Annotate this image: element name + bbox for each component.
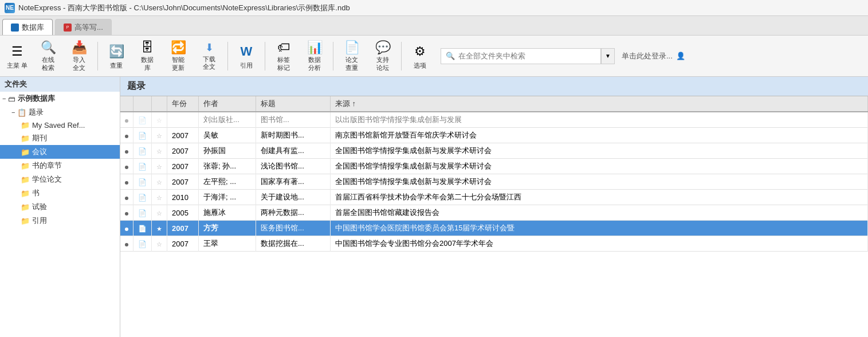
- search-dropdown[interactable]: ▼: [601, 48, 615, 64]
- table-row[interactable]: 📄 ☆ 2010 于海洋; ... 关于建设地... 首届江西省科学技术协会学术…: [120, 190, 868, 205]
- table-row[interactable]: 📄 ☆ 2005 施雁冰 两种元数据... 首届全国图书馆馆藏建设报告会: [120, 205, 868, 221]
- tag-icon: 🏷: [274, 40, 293, 55]
- row-source: 中国图书馆学会专业图书馆分会2007年学术年会: [331, 236, 868, 252]
- sidebar-item-conference[interactable]: 📁 会议: [0, 145, 120, 159]
- search-input[interactable]: [458, 52, 584, 60]
- smart-update-button[interactable]: 🔁 智能更新: [163, 39, 193, 73]
- table-row[interactable]: 📄 ☆ 2007 吴敏 新时期图书... 南京图书馆新馆开放暨百年馆庆学术研讨会: [120, 128, 868, 143]
- row-star[interactable]: ☆: [152, 128, 167, 143]
- row-star[interactable]: ☆: [152, 159, 167, 174]
- online-search-button[interactable]: 🔍 在线检索: [33, 39, 63, 73]
- table-row[interactable]: 📄 ☆ 2007 孙振国 创建具有监... 全国图书馆学情报学集成创新与发展学术…: [120, 143, 868, 159]
- tab-database[interactable]: 数据库: [2, 19, 53, 35]
- test-folder-icon: 📁: [21, 203, 30, 211]
- row-star[interactable]: ★: [152, 221, 167, 236]
- col-header-title[interactable]: 标题: [256, 96, 331, 112]
- tab-pdf[interactable]: P 高等写...: [55, 19, 112, 35]
- tab-db-label: 数据库: [22, 22, 44, 33]
- sidebar-subjects-label: 题录: [29, 107, 44, 117]
- row-star[interactable]: ☆: [152, 236, 167, 252]
- table-row-selected[interactable]: 📄 ★ 2007 方芳 医务图书馆... 中国图书馆学会医院图书馆委员会第15届…: [120, 221, 868, 236]
- row-star[interactable]: ☆: [152, 174, 167, 190]
- sidebar-item-thesis[interactable]: 📁 学位论文: [0, 173, 120, 186]
- sidebar-item-journal[interactable]: 📁 期刊: [0, 131, 120, 145]
- cite-button[interactable]: W 引用: [231, 39, 261, 73]
- col-header-author[interactable]: 作者: [199, 96, 256, 112]
- col-header-source[interactable]: 来源 ↑: [331, 96, 868, 112]
- sidebar-item-subjects[interactable]: − 📋 题录: [0, 105, 120, 119]
- support-label: 支持论坛: [376, 56, 389, 71]
- cite-icon: W: [237, 42, 256, 61]
- tab-bar: 数据库 P 高等写...: [0, 16, 868, 36]
- table-header-row: 年份 作者 标题 来源 ↑: [120, 96, 868, 112]
- content-area: 题录 年份 作者 标题 来源 ↑: [120, 77, 868, 337]
- data-analysis-icon: 📊: [305, 40, 324, 55]
- saved-folder-icon: 📁: [21, 121, 30, 130]
- database-button[interactable]: 🗄 数据库: [132, 39, 162, 73]
- row-star[interactable]: ☆: [152, 143, 167, 159]
- book-folder-icon: 📁: [21, 189, 30, 198]
- table-row[interactable]: 📄 ☆ 2007 左平熙; ... 国家享有著... 全国图书馆学情报学集成创新…: [120, 174, 868, 190]
- download-button[interactable]: ⬇ 下载全文: [194, 39, 224, 73]
- check-button[interactable]: 🔄 查重: [101, 39, 131, 73]
- database-label: 数据库: [141, 56, 154, 71]
- row-author: 刘出版社...: [199, 112, 256, 128]
- sidebar-conference-label: 会议: [32, 147, 47, 157]
- sidebar-cite-label: 引用: [32, 215, 47, 226]
- row-type-icon: 📄: [133, 128, 152, 143]
- row-type-icon: 📄: [133, 221, 152, 236]
- sidebar-book-label: 书: [32, 188, 40, 198]
- sidebar-item-root-db[interactable]: − 🗃 示例数据库: [0, 92, 120, 105]
- row-type-icon: 📄: [133, 112, 152, 128]
- row-title: 数据挖掘在...: [256, 236, 331, 252]
- row-source: 全国图书馆学情报学集成创新与发展学术研讨会: [331, 159, 868, 174]
- row-indicator: [120, 143, 133, 159]
- row-source: 中国图书馆学会医院图书馆委员会第15届学术研讨会暨: [331, 221, 868, 236]
- menu-button[interactable]: ☰ 主菜 单: [2, 39, 32, 73]
- sidebar-item-chapter[interactable]: 📁 书的章节: [0, 159, 120, 173]
- row-star[interactable]: ☆: [152, 205, 167, 221]
- search-area: 🔍 ▼ 单击此处登录... 👤: [441, 48, 866, 64]
- table-container[interactable]: 年份 作者 标题 来源 ↑ 📄 ☆ 刘出版社... 图书馆...: [120, 96, 868, 337]
- col-header-year[interactable]: 年份: [167, 96, 199, 112]
- toolbar-divider-1: [97, 42, 98, 70]
- toolbar: ☰ 主菜 单 🔍 在线检索 📥 导入全文 🔄 查重 🗄 数据库 🔁 智能更新 ⬇…: [0, 36, 868, 77]
- login-area[interactable]: 单击此处登录... 👤: [622, 51, 685, 61]
- sidebar-item-cite-folder[interactable]: 📁 引用: [0, 214, 120, 228]
- table-row[interactable]: 📄 ☆ 刘出版社... 图书馆... 以出版图书馆学情报学集成创新与发展: [120, 112, 868, 128]
- smart-update-icon: 🔁: [169, 40, 187, 55]
- sidebar-item-book[interactable]: 📁 书: [0, 186, 120, 200]
- row-author: 吴敏: [199, 128, 256, 143]
- search-box[interactable]: 🔍: [441, 48, 601, 64]
- table-row[interactable]: 📄 ☆ 2007 张蓉; 孙... 浅论图书馆... 全国图书馆学情报学集成创新…: [120, 159, 868, 174]
- row-title: 图书馆...: [256, 112, 331, 128]
- login-label: 单击此处登录...: [622, 51, 673, 61]
- row-year: 2007: [167, 143, 199, 159]
- row-star[interactable]: ☆: [152, 190, 167, 205]
- row-year: 2010: [167, 190, 199, 205]
- row-type-icon: 📄: [133, 143, 152, 159]
- expand-root-icon: −: [2, 95, 6, 102]
- conference-folder-icon: 📁: [21, 148, 30, 156]
- options-icon: ⚙: [411, 42, 429, 61]
- paper-check-icon: 📄: [343, 40, 361, 55]
- row-title: 浅论图书馆...: [256, 159, 331, 174]
- options-button[interactable]: ⚙ 选项: [405, 39, 435, 73]
- import-button[interactable]: 📥 导入全文: [64, 39, 94, 73]
- online-search-icon: 🔍: [39, 40, 57, 55]
- table-row[interactable]: 📄 ☆ 2007 王翠 数据挖掘在... 中国图书馆学会专业图书馆分会2007年…: [120, 236, 868, 252]
- row-indicator: [120, 112, 133, 128]
- row-title: 关于建设地...: [256, 190, 331, 205]
- col-header-star: [152, 96, 167, 112]
- data-analysis-button[interactable]: 📊 数据分析: [300, 39, 329, 73]
- row-indicator: [120, 236, 133, 252]
- sidebar-item-test[interactable]: 📁 试验: [0, 200, 120, 214]
- db-icon: 🗃: [8, 95, 15, 103]
- row-author: 左平熙; ...: [199, 174, 256, 190]
- support-button[interactable]: 💬 支持论坛: [368, 39, 398, 73]
- row-star[interactable]: ☆: [152, 112, 167, 128]
- tag-button[interactable]: 🏷 标签标记: [269, 39, 299, 73]
- sidebar-item-saved-ref[interactable]: 📁 My Saved Ref...: [0, 119, 120, 131]
- tab-pdf-label: 高等写...: [74, 22, 103, 33]
- paper-check-button[interactable]: 📄 论文查重: [337, 39, 367, 73]
